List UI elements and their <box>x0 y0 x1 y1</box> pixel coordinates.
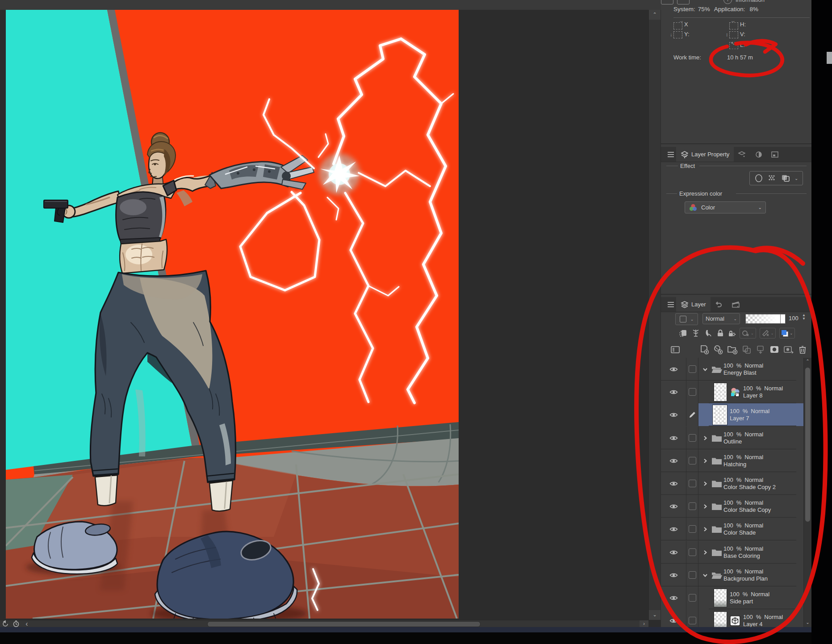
scroll-down-button[interactable]: ⌄ <box>649 610 661 620</box>
toolbar-button-icon[interactable] <box>661 0 673 4</box>
layer-name[interactable]: Side part <box>730 598 769 605</box>
reference-layer-icon[interactable] <box>691 329 700 338</box>
layer-thumbnail[interactable] <box>714 383 727 401</box>
lock-transparent-pixels-icon[interactable] <box>728 329 736 338</box>
layer-name[interactable]: Layer 4 <box>743 621 783 627</box>
layer-scroll-down-button[interactable]: ⌄ <box>804 619 811 627</box>
layer-row[interactable]: 100%Normal Outline <box>661 427 804 449</box>
tab-layer-property[interactable]: Layer Property <box>676 147 734 162</box>
blend-mode-dropdown[interactable]: Normal ⌄ <box>702 313 740 324</box>
layer-row[interactable]: 100%Normal Background Plan <box>661 564 804 586</box>
lock-layer-icon[interactable] <box>716 329 724 338</box>
tone-effect-icon[interactable] <box>767 174 776 183</box>
chevron-right-icon[interactable] <box>702 481 708 487</box>
apply-mask-icon[interactable] <box>783 345 794 355</box>
new-raster-layer-icon[interactable] <box>699 345 709 355</box>
layer-color-effect-icon[interactable] <box>781 174 790 183</box>
visibility-toggle[interactable] <box>661 403 686 426</box>
layer-row[interactable]: 100%Normal Layer 8 <box>661 381 804 403</box>
visibility-toggle[interactable] <box>661 495 686 518</box>
visibility-toggle[interactable] <box>661 586 686 609</box>
visibility-toggle[interactable] <box>661 472 686 495</box>
layer-checkbox[interactable] <box>689 480 696 487</box>
layer-panel-menu-icon[interactable] <box>665 297 676 312</box>
layer-checkbox[interactable] <box>689 365 696 373</box>
layer-name[interactable]: Layer 7 <box>730 415 769 422</box>
canvas-horizontal-scrollbar[interactable]: ‹ › <box>0 620 648 627</box>
opacity-slider[interactable] <box>745 314 786 324</box>
layer-thumbnail[interactable] <box>714 611 727 627</box>
visibility-toggle[interactable] <box>661 564 686 586</box>
canvas-document[interactable] <box>6 10 459 619</box>
chevron-right-icon[interactable] <box>702 458 708 464</box>
layer-list-scrollbar[interactable]: ⌃ ⌄ <box>803 358 811 627</box>
layer-scroll-up-button[interactable]: ⌃ <box>804 358 811 366</box>
panel-menu-icon[interactable] <box>665 147 676 162</box>
layer-name[interactable]: Energy Blast <box>723 369 763 376</box>
layer-row[interactable]: 100%Normal Side part <box>661 586 804 609</box>
tab-edit-history[interactable] <box>711 297 727 312</box>
opacity-stepper[interactable]: ▲▼ <box>802 314 806 321</box>
new-vector-layer-icon[interactable] <box>713 345 723 355</box>
visibility-toggle[interactable] <box>661 358 686 381</box>
tab-information-label[interactable]: Information <box>736 0 765 3</box>
layer-row[interactable]: 100%Normal Color Shade <box>661 518 804 540</box>
expression-color-dropdown[interactable]: Color ⌄ <box>685 201 766 213</box>
layer-thumbnail[interactable] <box>713 405 727 425</box>
scroll-left-button[interactable]: ‹ <box>22 620 31 627</box>
transfer-to-lower-layer-icon[interactable] <box>742 345 752 355</box>
layer-row[interactable]: 100%Normal Base Coloring <box>661 541 804 564</box>
layer-name[interactable]: Base Coloring <box>723 552 763 560</box>
scroll-up-button[interactable]: ⌃ <box>649 10 661 20</box>
layer-row[interactable]: 100%Normal Color Shade Copy 2 <box>661 472 804 495</box>
layer-checkbox[interactable] <box>689 388 696 396</box>
chevron-down-icon[interactable] <box>702 366 708 372</box>
layer-checkbox[interactable] <box>689 571 696 579</box>
clip-to-layer-below-icon[interactable] <box>679 329 688 338</box>
chevron-down-icon[interactable] <box>702 572 708 578</box>
chevron-right-icon[interactable] <box>702 435 708 441</box>
opacity-slider-handle[interactable] <box>780 314 782 323</box>
ruler-settings-button[interactable]: ⌄ <box>760 328 776 339</box>
palette-color-dropdown[interactable]: ⌄ <box>675 313 698 325</box>
visibility-toggle[interactable] <box>661 381 686 403</box>
layer-name[interactable]: Color Shade Copy <box>723 506 771 514</box>
layer-checkbox[interactable] <box>689 617 696 624</box>
delete-layer-icon[interactable] <box>798 345 807 355</box>
create-layer-mask-icon[interactable] <box>769 345 779 355</box>
layer-row[interactable]: 100%Normal Color Shade Copy <box>661 495 804 518</box>
timelapse-icon[interactable] <box>12 620 21 627</box>
new-folder-icon[interactable] <box>727 345 738 355</box>
chevron-right-icon[interactable] <box>702 503 708 510</box>
layer-checkbox[interactable] <box>689 525 696 533</box>
canvas-vertical-scrollbar[interactable]: ⌃ ⌄ <box>648 10 661 620</box>
tab-brush-size[interactable] <box>767 147 783 162</box>
layer-name[interactable]: Outline <box>723 438 763 445</box>
layer-checkbox[interactable] <box>689 457 696 464</box>
chevron-right-icon[interactable] <box>702 526 708 532</box>
toolbar-button-icon[interactable] <box>677 0 690 4</box>
merge-to-lower-layer-icon[interactable] <box>756 345 765 355</box>
horizontal-scroll-thumb[interactable] <box>207 621 481 627</box>
layer-thumbnail[interactable] <box>714 589 727 607</box>
layer-checkbox[interactable] <box>689 502 696 510</box>
tab-layer[interactable]: Layer <box>676 297 711 312</box>
scroll-right-button[interactable]: › <box>640 620 648 627</box>
layer-checkbox[interactable] <box>689 548 696 556</box>
layer-row[interactable]: 100%Normal Energy Blast <box>661 358 804 381</box>
tab-layer-search[interactable] <box>734 147 751 162</box>
layer-name[interactable]: Hatching <box>723 461 763 468</box>
visibility-toggle[interactable] <box>661 427 686 449</box>
border-effect-icon[interactable] <box>754 174 763 183</box>
tab-tool-property[interactable] <box>751 147 767 162</box>
visibility-toggle[interactable] <box>661 609 686 627</box>
reset-rotation-icon[interactable] <box>1 620 10 627</box>
effect-dropdown-chevron[interactable]: ⌄ <box>794 176 798 181</box>
visibility-toggle[interactable] <box>661 518 686 540</box>
layer-checkbox[interactable] <box>689 434 696 442</box>
draft-layer-icon[interactable] <box>704 329 713 338</box>
layer-name[interactable]: Color Shade Copy 2 <box>723 484 776 491</box>
layer-row[interactable]: 100%Normal Layer 4 <box>661 609 804 627</box>
visibility-toggle[interactable] <box>661 449 686 472</box>
layer-checkbox[interactable] <box>689 594 696 602</box>
